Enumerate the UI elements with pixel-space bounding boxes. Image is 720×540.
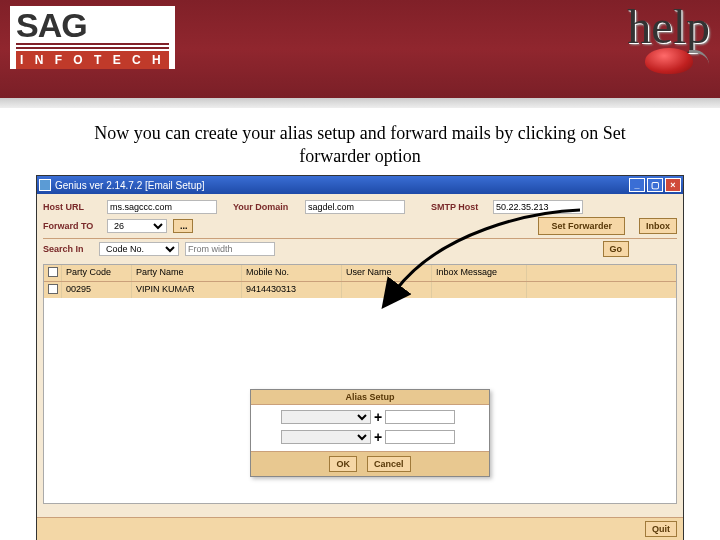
- brand-logo-top: SAG: [16, 10, 169, 41]
- mouse-icon: [645, 48, 693, 74]
- alias-source-select-2[interactable]: [281, 430, 371, 444]
- your-domain-input[interactable]: [305, 200, 405, 214]
- from-width-input[interactable]: [185, 242, 275, 256]
- grid-header-check: [44, 265, 62, 281]
- alias-target-input-1[interactable]: [385, 410, 455, 424]
- cell-party-name: VIPIN KUMAR: [132, 282, 242, 298]
- window-minimize-button[interactable]: _: [629, 178, 645, 192]
- plus-icon: +: [374, 429, 382, 445]
- search-in-select[interactable]: Code No.: [99, 242, 179, 256]
- grid-header-inbox-msg: Inbox Message: [432, 265, 527, 281]
- cell-username: [342, 282, 432, 298]
- form-area: Host URL Your Domain SMTP Host Forward T…: [37, 194, 683, 262]
- alias-source-select-1[interactable]: [281, 410, 371, 424]
- grid-header-party-code: Party Code: [62, 265, 132, 281]
- brand-logo: SAG I N F O T E C H: [10, 6, 175, 69]
- forward-to-label: Forward TO: [43, 221, 101, 231]
- titlebar: Genius ver 2.14.7.2 [Email Setup] _ ▢ ×: [37, 176, 683, 194]
- host-url-input[interactable]: [107, 200, 217, 214]
- inbox-button[interactable]: Inbox: [639, 218, 677, 234]
- forward-to-browse-button[interactable]: ...: [173, 219, 193, 233]
- grid-header-username: User Name: [342, 265, 432, 281]
- set-forwarder-button[interactable]: Set Forwarder: [538, 217, 625, 235]
- smtp-host-label: SMTP Host: [431, 202, 487, 212]
- bottom-bar: Quit: [37, 517, 683, 540]
- help-title: help: [627, 8, 710, 46]
- window-title: Genius ver 2.14.7.2 [Email Setup]: [55, 180, 205, 191]
- window-close-button[interactable]: ×: [665, 178, 681, 192]
- plus-icon: +: [374, 409, 382, 425]
- grid-header: Party Code Party Name Mobile No. User Na…: [44, 265, 676, 282]
- cell-mobile: 9414430313: [242, 282, 342, 298]
- host-url-label: Host URL: [43, 202, 101, 212]
- app-window: Genius ver 2.14.7.2 [Email Setup] _ ▢ × …: [36, 175, 684, 540]
- alias-setup-dialog: Alias Setup + + OK Cancel: [250, 389, 490, 477]
- smtp-host-input[interactable]: [493, 200, 583, 214]
- instruction-text: Now you can create your alias setup and …: [60, 122, 660, 167]
- alias-dialog-title: Alias Setup: [251, 390, 489, 405]
- alias-ok-button[interactable]: OK: [329, 456, 357, 472]
- your-domain-label: Your Domain: [233, 202, 299, 212]
- alias-target-input-2[interactable]: [385, 430, 455, 444]
- window-maximize-button[interactable]: ▢: [647, 178, 663, 192]
- row-checkbox[interactable]: [48, 284, 58, 294]
- forward-to-select[interactable]: 26: [107, 219, 167, 233]
- header-banner: SAG I N F O T E C H help: [0, 0, 720, 100]
- grid-header-mobile: Mobile No.: [242, 265, 342, 281]
- table-row[interactable]: 00295 VIPIN KUMAR 9414430313: [44, 282, 676, 298]
- brand-logo-bottom: I N F O T E C H: [16, 51, 169, 69]
- grid-header-party-name: Party Name: [132, 265, 242, 281]
- cell-party-code: 00295: [62, 282, 132, 298]
- results-grid: Party Code Party Name Mobile No. User Na…: [43, 264, 677, 504]
- app-icon: [39, 179, 51, 191]
- go-button[interactable]: Go: [603, 241, 630, 257]
- help-block: help: [627, 8, 710, 74]
- cell-inbox-msg: [432, 282, 527, 298]
- quit-button[interactable]: Quit: [645, 521, 677, 537]
- alias-cancel-button[interactable]: Cancel: [367, 456, 411, 472]
- search-in-label: Search In: [43, 244, 93, 254]
